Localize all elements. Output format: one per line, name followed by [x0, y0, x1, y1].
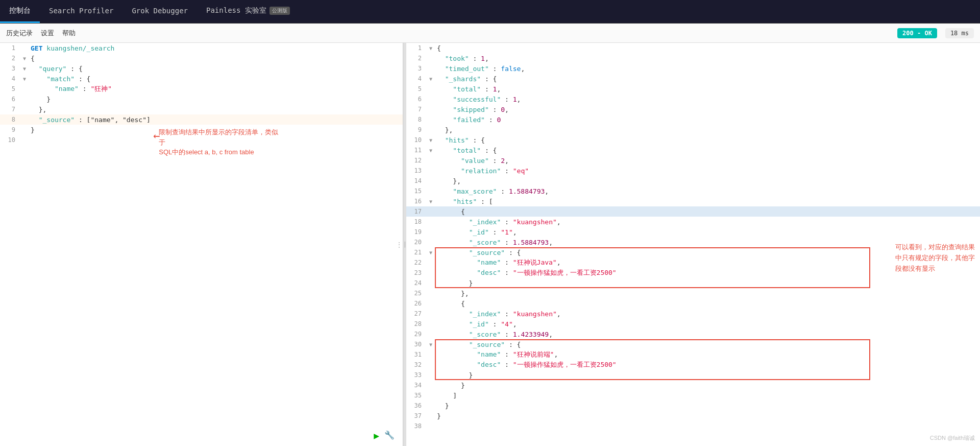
right-line-fold[interactable] — [427, 94, 435, 104]
left-line-code[interactable]: "_source" : ["name", "desc"] — [29, 114, 403, 125]
right-line-code[interactable]: "_index" : "kuangshen", — [435, 309, 980, 319]
left-line-code[interactable]: "name" : "狂神" — [29, 84, 403, 94]
right-line-fold[interactable] — [427, 360, 435, 370]
right-line-fold[interactable]: ▼ — [427, 74, 435, 84]
right-line-fold[interactable]: ▼ — [427, 135, 435, 145]
right-line-code[interactable]: } — [435, 278, 980, 288]
right-line-fold[interactable] — [427, 401, 435, 411]
right-line-fold[interactable] — [427, 217, 435, 227]
right-line-fold[interactable] — [427, 288, 435, 298]
right-line-fold[interactable] — [427, 380, 435, 390]
right-line-fold[interactable] — [427, 319, 435, 329]
right-line-code[interactable]: } — [435, 370, 980, 380]
wrench-icon[interactable]: 🔧 — [384, 430, 395, 441]
right-line-code[interactable]: }, — [435, 176, 980, 186]
right-line-fold[interactable] — [427, 53, 435, 63]
right-line-fold[interactable] — [427, 84, 435, 94]
right-line-fold[interactable] — [427, 329, 435, 339]
right-line-fold[interactable] — [427, 186, 435, 196]
left-line-fold[interactable] — [20, 104, 29, 114]
right-line-code[interactable]: { — [435, 298, 980, 309]
right-line-fold[interactable]: ▼ — [427, 196, 435, 206]
right-code-area[interactable]: 1 ▼ { 2 "took" : 1, 3 "timed_out" : fals… — [406, 43, 980, 446]
toolbar-help[interactable]: 帮助 — [62, 27, 76, 40]
right-line-code[interactable]: "_source" : { — [435, 339, 980, 349]
right-line-code[interactable]: "name" : "狂神说前端", — [435, 349, 980, 360]
right-line-code[interactable]: "value" : 2, — [435, 155, 980, 166]
right-line-code[interactable]: "desc" : "一顿操作猛如虎，一看工资2500" — [435, 360, 980, 370]
tab-console[interactable]: 控制台 — [0, 0, 40, 23]
right-line-fold[interactable] — [427, 309, 435, 319]
right-line-code[interactable]: "took" : 1, — [435, 53, 980, 63]
right-line-code[interactable]: "timed_out" : false, — [435, 63, 980, 74]
right-line-code[interactable]: "_index" : "kuangshen", — [435, 217, 980, 227]
right-line-fold[interactable] — [427, 349, 435, 360]
right-line-fold[interactable] — [427, 63, 435, 74]
left-line-fold[interactable] — [20, 43, 29, 53]
toolbar-history[interactable]: 历史记录 — [6, 27, 33, 40]
left-line-fold[interactable]: ▼ — [20, 74, 29, 84]
right-line-fold[interactable] — [427, 104, 435, 114]
right-line-code[interactable]: { — [435, 43, 980, 53]
left-line-fold[interactable] — [20, 84, 29, 94]
right-line-code[interactable]: "successful" : 1, — [435, 94, 980, 104]
right-line-fold[interactable] — [427, 278, 435, 288]
right-line-code[interactable]: "hits" : [ — [435, 196, 980, 206]
right-line-fold[interactable] — [427, 166, 435, 176]
right-line-code[interactable]: } — [435, 401, 980, 411]
right-line-code[interactable]: "max_score" : 1.5884793, — [435, 186, 980, 196]
right-line-fold[interactable] — [427, 227, 435, 237]
right-line-fold[interactable] — [427, 421, 435, 431]
right-line-fold[interactable] — [427, 268, 435, 278]
right-line-fold[interactable] — [427, 176, 435, 186]
right-line-code[interactable]: "failed" : 0 — [435, 114, 980, 125]
resize-handle[interactable]: ⋮ — [396, 234, 403, 255]
right-line-fold[interactable] — [427, 125, 435, 135]
right-line-code[interactable]: }, — [435, 125, 980, 135]
right-line-code[interactable]: "total" : 1, — [435, 84, 980, 94]
right-line-fold[interactable] — [427, 390, 435, 401]
right-line-code[interactable]: "skipped" : 0, — [435, 104, 980, 114]
right-line-code[interactable]: } — [435, 380, 980, 390]
right-line-fold[interactable] — [427, 298, 435, 309]
run-icon[interactable]: ▶ — [374, 430, 379, 441]
left-line-fold[interactable] — [20, 94, 29, 104]
right-line-fold[interactable]: ▼ — [427, 43, 435, 53]
right-line-code[interactable]: "_shards" : { — [435, 74, 980, 84]
right-line-fold[interactable] — [427, 237, 435, 247]
right-line-code[interactable]: "total" : { — [435, 145, 980, 155]
right-line-code[interactable]: ] — [435, 390, 980, 401]
right-line-fold[interactable] — [427, 257, 435, 268]
left-line-code[interactable]: } — [29, 94, 403, 104]
right-line-fold[interactable]: ▼ — [427, 339, 435, 349]
right-line-fold[interactable]: ▼ — [427, 145, 435, 155]
right-line-code[interactable]: }, — [435, 288, 980, 298]
right-line-fold[interactable] — [427, 114, 435, 125]
left-line-fold[interactable] — [20, 114, 29, 125]
left-line-code[interactable]: GET kuangshen/_search — [29, 43, 403, 53]
right-line-fold[interactable]: ▼ — [427, 247, 435, 257]
left-line-fold[interactable]: ▼ — [20, 53, 29, 63]
left-code-area[interactable]: 1 GET kuangshen/_search 2 ▼ { 3 ▼ "query… — [0, 43, 403, 446]
right-line-code[interactable]: "hits" : { — [435, 135, 980, 145]
right-line-code[interactable]: "relation" : "eq" — [435, 166, 980, 176]
right-line-code[interactable]: "_score" : 1.4233949, — [435, 329, 980, 339]
right-line-fold[interactable] — [427, 206, 435, 217]
left-line-fold[interactable] — [20, 135, 29, 145]
right-line-code[interactable]: "_id" : "4", — [435, 319, 980, 329]
right-line-fold[interactable] — [427, 155, 435, 166]
tab-grok-debugger[interactable]: Grok Debugger — [122, 0, 197, 23]
left-line-fold[interactable] — [20, 125, 29, 135]
right-line-code[interactable]: "_id" : "1", — [435, 227, 980, 237]
right-line-fold[interactable] — [427, 370, 435, 380]
left-line-code[interactable]: }, — [29, 104, 403, 114]
tab-search-profiler[interactable]: Search Profiler — [40, 0, 122, 23]
right-line-code[interactable] — [435, 421, 980, 431]
toolbar-settings[interactable]: 设置 — [41, 27, 54, 40]
left-line-fold[interactable]: ▼ — [20, 63, 29, 74]
right-line-code[interactable]: } — [435, 411, 980, 421]
right-line-code[interactable]: { — [435, 206, 980, 217]
right-line-fold[interactable] — [427, 411, 435, 421]
left-line-code[interactable]: "match" : { — [29, 74, 403, 84]
tab-painless[interactable]: Painless 实验室 公测版 — [197, 0, 299, 23]
